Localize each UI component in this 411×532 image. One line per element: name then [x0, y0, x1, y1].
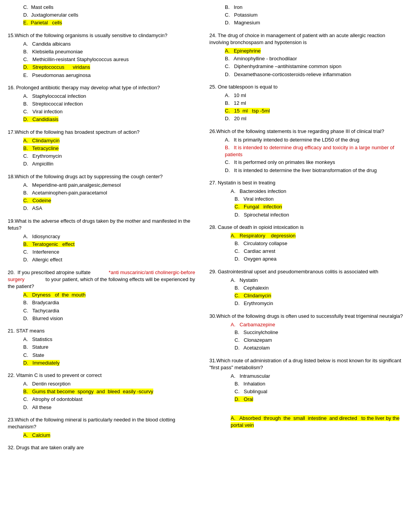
q24-option-d: D. Dexamethasone-corticosteroids-relieve…: [225, 71, 403, 78]
q29-option-c: C. Clindamycin: [231, 292, 403, 299]
q20-option-b: B. Bradycardia: [23, 299, 202, 306]
q22-option-a: A. Dentin resorption: [23, 380, 202, 387]
q31-text: 31.Which route of administration of a dr…: [209, 357, 403, 371]
q19-option-b: B. Teratogenic effect: [23, 241, 202, 248]
q15-option-a: A. Candida albicans: [23, 41, 202, 48]
q20-text: 20. If you prescribed atropine sulfate *…: [8, 269, 202, 290]
q27-option-c: C. Fungal infection: [231, 203, 403, 210]
q23-option-b: B. Iron: [225, 4, 403, 11]
q14-option-e: E. Parietal cells: [23, 19, 202, 26]
q19-option-c: C. Interference: [23, 249, 202, 256]
q24-option-b: B. Aminophylline - brochodilaor: [225, 55, 403, 62]
q28-option-c: C. Cardiac arrest: [231, 248, 403, 255]
q27-option-b: B. Viral infection: [231, 196, 403, 203]
q24-option-c: C. Diphenhydramine –antihistamine common…: [225, 63, 403, 70]
q17-option-a: A. Clindamycin: [23, 137, 202, 144]
q30-option-d: D. Acetazolam: [231, 344, 403, 351]
q21-option-b: B. Stature: [23, 344, 202, 351]
q19-option-d: D. Allergic effect: [23, 256, 202, 263]
q17-option-b: B. Tetracycline: [23, 145, 202, 152]
q16-block: 16. Prolonged antibiotic therapy may dev…: [8, 84, 202, 123]
q15-option-d: D. Streptococcus viridans: [23, 64, 202, 71]
q30-text: 30.Which of the following drugs is often…: [209, 313, 403, 320]
q28-text: 28. Cause of death in opioid intoxicatio…: [209, 224, 403, 231]
q22-text: 22. Vitamin C is used to prevent or corr…: [8, 372, 202, 379]
q28-option-b: B. Circulatory collapse: [231, 240, 403, 247]
q24-option-a: A. Epinephrine: [225, 48, 403, 55]
q18-option-a: A. Meperidine-anti pain,analgesic,demeso…: [23, 182, 202, 189]
q14-partial: C. Mast cells D. Juxtaglomerular cells E…: [8, 4, 202, 27]
q18-option-d: D. ASA: [23, 205, 202, 212]
q18-text: 18.Which of the following drugs act by s…: [8, 173, 202, 180]
q17-option-d: D. Ampicillin: [23, 160, 202, 167]
q26-option-b: B. It is intended to determine drug effi…: [225, 144, 403, 158]
q16-option-d: D. Candidiasis: [23, 116, 202, 123]
q30-option-a: A. Carbamazepine: [231, 321, 403, 328]
q32-option-a: A. Absorbed through the small intestine …: [231, 415, 403, 429]
q28-block: 28. Cause of death in opioid intoxicatio…: [209, 224, 403, 263]
q29-block: 29. Gastrointestinal upset and pseudomem…: [209, 268, 403, 307]
q20-block: 20. If you prescribed atropine sulfate *…: [8, 269, 202, 322]
q22-option-c: C. Atrophy of odontoblast: [23, 396, 202, 403]
q21-option-c: C. State: [23, 352, 202, 359]
right-column: B. Iron C. Potassium D. Magnesium 24. Th…: [209, 4, 403, 457]
q26-option-c: C. It is performed only on primates like…: [225, 159, 403, 166]
q21-option-d: D. Immediately: [23, 360, 202, 367]
q29-option-d: D. Erythromycin: [231, 300, 403, 307]
q31-option-d: D. Oral: [231, 396, 403, 403]
q15-option-b: B. Klebsiella pneumoniae: [23, 48, 202, 55]
q31-option-a: A. Intramuscular: [231, 373, 403, 380]
q22-option-b: B. Gums that become spongy and bleed eas…: [23, 388, 202, 395]
q23-option-c: C. Potassium: [225, 12, 403, 19]
q23-text: 23.Which of the following mineral is par…: [8, 416, 202, 430]
q15-text: 15.Which of the following organisms is u…: [8, 32, 202, 39]
q18-option-c: C. Codeine: [23, 197, 202, 204]
q27-block: 27. Nystatin is best in treating A. Bact…: [209, 179, 403, 218]
q29-option-b: B. Cephalexin: [231, 285, 403, 292]
q31-option-b: B. Inhalation: [231, 380, 403, 387]
q14-option-d: D. Juxtaglomerular cells: [23, 12, 202, 19]
q20-option-c: C. Tachycardia: [23, 307, 202, 314]
q26-block: 26.Which of the following statements is …: [209, 128, 403, 174]
q16-option-b: B. Streptococcal infection: [23, 101, 202, 107]
q30-block: 30.Which of the following drugs is often…: [209, 313, 403, 352]
q26-text: 26.Which of the following statements is …: [209, 128, 403, 135]
q30-option-c: C. Clonazepam: [231, 337, 403, 344]
q27-text: 27. Nystatin is best in treating: [209, 179, 403, 186]
q26-option-a: A. It is primarily intended to determine…: [225, 136, 403, 143]
q18-block: 18.Which of the following drugs act by s…: [8, 173, 202, 212]
q29-text: 29. Gastrointestinal upset and pseudomem…: [209, 268, 403, 275]
q19-option-a: A. Idiosyncracy: [23, 233, 202, 240]
q26-option-d: D. It is intended to determine the liver…: [225, 167, 403, 174]
q32-question: 32. Drugs that are taken orally are: [8, 444, 202, 451]
q23-option-a: A. Calcium: [23, 432, 202, 439]
q14-option-c: C. Mast cells: [23, 4, 202, 11]
q25-text: 25. One tablespoon is equal to: [209, 84, 403, 90]
q16-option-c: C. Viral infection: [23, 108, 202, 115]
q25-block: 25. One tablespoon is equal to A. 10 ml …: [209, 84, 403, 123]
q23-option-d: D. Magnesium: [225, 19, 403, 26]
q16-text: 16. Prolonged antibiotic therapy may dev…: [8, 84, 202, 91]
q31-block: 31.Which route of administration of a dr…: [209, 357, 403, 403]
q32-answer-block: A. Absorbed through the small intestine …: [209, 415, 403, 429]
q25-option-d: D. 20 ml: [225, 115, 403, 122]
left-column: C. Mast cells D. Juxtaglomerular cells E…: [8, 4, 202, 457]
q22-block: 22. Vitamin C is used to prevent or corr…: [8, 372, 202, 411]
q29-option-a: A. Nystatin: [231, 277, 403, 284]
q15-option-c: C. Methicillin-resistant Staphylococcus …: [23, 56, 202, 63]
q16-option-a: A. Staphylococcal infection: [23, 93, 202, 100]
q27-option-d: D. Spirochetal infection: [231, 211, 403, 218]
q20-option-d: D. Blurred vision: [23, 315, 202, 322]
q19-block: 19.What is the adverse effects of drugs …: [8, 218, 202, 264]
q27-option-a: A. Bacteroides infection: [231, 188, 403, 195]
q24-block: 24. The drug of choice in management of …: [209, 32, 403, 78]
q21-block: 21. STAT means A. Statistics B. Stature …: [8, 327, 202, 367]
q19-text: 19.What is the adverse effects of drugs …: [8, 218, 202, 232]
q17-text: 17.Which of the following has broadest s…: [8, 129, 202, 136]
q20-option-a: A. Dryness of the mouth: [23, 292, 202, 298]
q32-text: 32. Drugs that are taken orally are: [8, 444, 202, 451]
q28-option-d: D. Oxygen apnea: [231, 256, 403, 263]
q15-option-e: E. Pseudomonas aeruginosa: [23, 72, 202, 79]
q22-option-d: D. All these: [23, 404, 202, 411]
q24-text: 24. The drug of choice in management of …: [209, 32, 403, 46]
